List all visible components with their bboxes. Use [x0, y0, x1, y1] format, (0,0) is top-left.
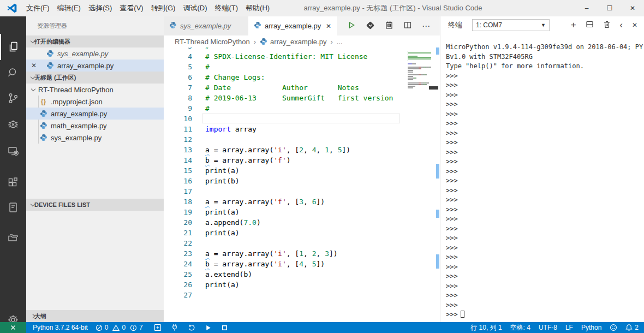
code-line-19[interactable]: 19print(a)	[164, 207, 407, 217]
terminal-prompt-line: >>>	[446, 215, 643, 224]
chevron-left-icon[interactable]: ‹	[620, 20, 623, 30]
menu-item[interactable]: 调试(D)	[179, 4, 211, 12]
terminal-output[interactable]: MicroPython v1.9.4-114-g309fe39d on 2018…	[446, 43, 643, 322]
code-line-16[interactable]: 16print(b)	[164, 176, 407, 186]
code-line-6[interactable]: 6# Change Logs:	[164, 72, 407, 82]
folders-icon[interactable]	[0, 224, 26, 251]
code-area[interactable]: 3#4# SPDX-License-Identifier: MIT Licens…	[164, 47, 440, 322]
run-file-icon[interactable]	[347, 21, 356, 31]
line-number: 10	[164, 114, 192, 124]
close-window-button[interactable]: ✕	[621, 0, 644, 16]
code-line-26[interactable]: 26print(a)	[164, 280, 407, 290]
download-to-device-icon[interactable]	[366, 21, 375, 32]
code-line-12[interactable]: 12	[164, 134, 407, 145]
encoding-status[interactable]: UTF-8	[539, 324, 557, 331]
language-status[interactable]: Python	[581, 324, 601, 331]
code-line-21[interactable]: 21print(a)	[164, 228, 407, 238]
new-terminal-icon[interactable]: +	[571, 20, 576, 31]
code-line-20[interactable]: 20a.append(7.0)	[164, 217, 407, 228]
minimap[interactable]	[407, 47, 431, 97]
open-editors-header[interactable]: 打开的编辑器	[26, 35, 164, 47]
menu-item[interactable]: 选择(S)	[85, 4, 116, 12]
menu-item[interactable]: 终端(T)	[211, 4, 242, 12]
code-line-3[interactable]: 3#	[164, 47, 407, 51]
problems-status[interactable]: 0 0 7	[96, 324, 143, 331]
maximize-button[interactable]: ☐	[598, 0, 621, 16]
tab-sys-example[interactable]: sys_example.py	[164, 16, 248, 35]
terminal-prompt-line: >>>	[446, 205, 643, 215]
open-editor-array_example.py[interactable]: ✕array_example.py	[26, 60, 164, 72]
code-line-8[interactable]: 8# 2019-06-13 SummerGift first version	[164, 93, 407, 103]
code-line-7[interactable]: 7# Date Author Notes	[164, 82, 407, 93]
memory-chip-icon[interactable]	[385, 21, 393, 31]
usb-plug-icon[interactable]	[171, 324, 178, 331]
code-line-4[interactable]: 4# SPDX-License-Identifier: MIT License	[164, 51, 407, 62]
terminal-prompt-line: >>>	[446, 282, 643, 292]
menu-item[interactable]: 帮助(H)	[242, 4, 273, 12]
terminal-selector[interactable]: 1: COM7 ▼	[472, 19, 550, 31]
eol-status[interactable]: LF	[565, 324, 573, 331]
code-line-22[interactable]: 22	[164, 238, 407, 248]
open-editor-sys_example.py[interactable]: sys_example.py	[26, 47, 164, 60]
tab-array-example[interactable]: array_example.py ✕	[248, 16, 337, 35]
code-line-17[interactable]: 17	[164, 186, 407, 197]
split-terminal-icon[interactable]	[586, 20, 594, 30]
add-board-icon[interactable]	[154, 324, 162, 331]
menu-item[interactable]: 转到(G)	[147, 4, 180, 12]
more-actions-icon[interactable]: ⋯	[422, 21, 430, 31]
menu-item[interactable]: 文件(F)	[22, 4, 53, 12]
minimize-button[interactable]: –	[575, 0, 598, 16]
tree-file-math_example.py[interactable]: math_example.py	[26, 120, 164, 132]
code-line-15[interactable]: 15print(a)	[164, 165, 407, 176]
terminal-prompt-line: >>>	[446, 176, 643, 186]
python-icon	[39, 110, 47, 118]
tree-file-array_example.py[interactable]: array_example.py	[26, 108, 164, 120]
code-line-9[interactable]: 9#	[164, 103, 407, 114]
code-line-10[interactable]: 10	[164, 114, 407, 124]
notifications-bell[interactable]: 2	[625, 324, 639, 331]
line-number: 14	[164, 155, 192, 165]
code-line-11[interactable]: 11import array	[164, 124, 407, 134]
scrollbar-thumb[interactable]	[429, 86, 438, 90]
python-interpreter-status[interactable]: Python 3.7.2 64-bit	[33, 324, 88, 331]
cursor-position-status[interactable]: 行 10, 列 1	[470, 323, 502, 332]
breadcrumb[interactable]: RT-Thread MicroPython › array_example.py…	[164, 35, 440, 47]
code-line-27[interactable]: 27	[164, 290, 407, 300]
split-editor-icon[interactable]	[403, 21, 412, 31]
close-panel-icon[interactable]: ✕	[632, 21, 637, 29]
device-files-header[interactable]: DEVICE FILES LIST	[26, 199, 164, 211]
search-icon[interactable]	[0, 60, 26, 86]
code-line-18[interactable]: 18a = array.array('f', [3, 6])	[164, 197, 407, 207]
remote-indicator[interactable]	[0, 322, 26, 333]
menu-item[interactable]: 编辑(E)	[53, 4, 85, 12]
feedback-smiley-icon[interactable]	[610, 324, 617, 331]
source-control-icon[interactable]	[0, 85, 26, 111]
stop-icon[interactable]	[221, 324, 228, 331]
notebook-icon[interactable]	[0, 194, 26, 221]
explorer-icon[interactable]	[0, 34, 26, 60]
code-line-23[interactable]: 23a = array.array('i', [1, 2, 3])	[164, 248, 407, 259]
close-editor-icon[interactable]: ✕	[29, 62, 38, 69]
kill-terminal-icon[interactable]	[603, 20, 611, 30]
code-line-24[interactable]: 24b = array.array('i', [4, 5])	[164, 259, 407, 269]
tree-file-.mpyproject.json[interactable]: {}.mpyproject.json	[26, 96, 164, 108]
run-icon[interactable]	[205, 324, 212, 331]
panel-tab-terminal[interactable]: 终端	[448, 20, 462, 30]
code-line-5[interactable]: 5#	[164, 62, 407, 72]
outline-header[interactable]: 大纲	[26, 310, 164, 322]
tree-folder-rtthread[interactable]: RT-Thread MicroPython	[26, 84, 164, 96]
code-line-25[interactable]: 25a.extend(b)	[164, 269, 407, 280]
workspace-header[interactable]: 无标题 (工作区)	[26, 72, 164, 84]
code-line-13[interactable]: 13a = array.array('i', [2, 4, 1, 5])	[164, 145, 407, 155]
editor-group: sys_example.py array_example.py ✕ ⋯ RT-T…	[164, 16, 440, 322]
python-icon	[46, 50, 54, 58]
remote-device-icon[interactable]	[0, 138, 26, 164]
code-line-14[interactable]: 14b = array.array('f')	[164, 155, 407, 165]
extensions-icon[interactable]	[0, 170, 26, 196]
debug-icon[interactable]	[0, 111, 26, 137]
menu-item[interactable]: 查看(V)	[116, 4, 147, 12]
tree-file-sys_example.py[interactable]: sys_example.py	[26, 132, 164, 144]
sync-icon[interactable]	[188, 324, 195, 331]
close-tab-icon[interactable]: ✕	[326, 22, 331, 30]
indentation-status[interactable]: 空格: 4	[510, 323, 530, 332]
